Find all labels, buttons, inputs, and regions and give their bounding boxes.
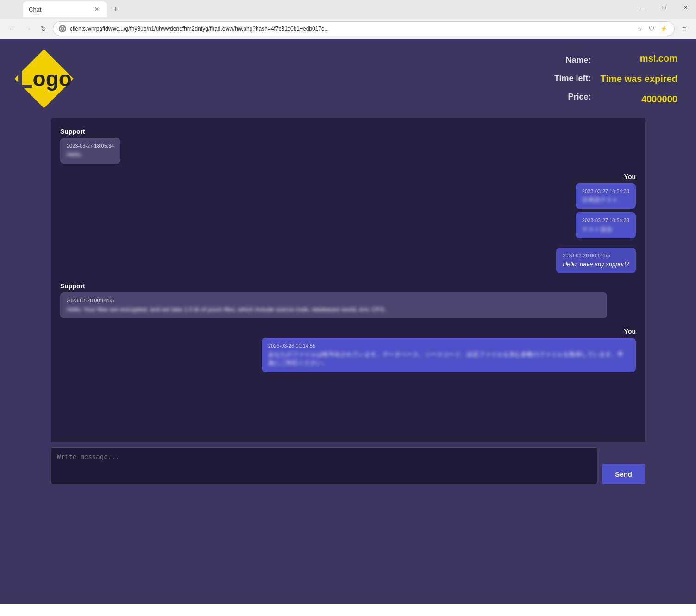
- message-time: 2023-03-28 00:14:55: [268, 342, 629, 349]
- message-time: 2023-03-28 00:14:55: [563, 252, 629, 259]
- message-text: 日本語テスト、: [582, 196, 629, 204]
- bookmark-icon[interactable]: ☆: [634, 24, 645, 34]
- sender-label: You: [60, 173, 636, 180]
- chat-container: Support 2023-03-27 18:05:34 Hello. You 2…: [51, 118, 645, 442]
- chat-messages[interactable]: Support 2023-03-27 18:05:34 Hello. You 2…: [51, 118, 645, 442]
- message-group: Support 2023-03-28 00:14:55 Hello. Your …: [60, 282, 636, 318]
- message-bubble: 2023-03-27 18:05:34 Hello.: [60, 138, 120, 164]
- name-label: Name:: [554, 51, 591, 70]
- name-value: msi.com: [601, 48, 677, 68]
- new-tab-button[interactable]: +: [109, 3, 122, 16]
- close-button[interactable]: ✕: [675, 0, 696, 15]
- svg-point-2: [62, 27, 63, 27]
- sender-label: You: [60, 328, 636, 335]
- browser-window: Chat ✕ + — □ ✕ ← → ↻ clients.wnrpafidwwc…: [0, 0, 696, 604]
- message-bubble: 2023-03-27 18:54:30 日本語テスト、: [576, 183, 636, 209]
- sender-label: Support: [60, 282, 636, 290]
- url-text: clients.wnrpafidwwc.u/g/fhy8ub/n1/uhwwde…: [70, 25, 631, 32]
- message-time: 2023-03-27 18:54:30: [582, 188, 629, 195]
- message-time: 2023-03-27 18:54:30: [582, 217, 629, 224]
- message-bubble: 2023-03-28 00:14:55 あなたのファイルは暗号化されています。デ…: [262, 338, 636, 372]
- message-group: You 2023-03-27 18:54:30 日本語テスト、 2023-03-…: [60, 173, 636, 238]
- price-value: 4000000: [601, 89, 677, 109]
- page-header: Logo Name: Time left: Price: msi.com Tim…: [0, 39, 696, 118]
- time-value: Time was expired: [601, 68, 677, 89]
- message-text: Hello.: [67, 150, 114, 159]
- tab-bar: Chat ✕ + — □ ✕: [0, 0, 696, 19]
- message-bubble: 2023-03-28 00:14:55 Hello, have any supp…: [556, 248, 636, 274]
- browser-menu-button[interactable]: ≡: [677, 22, 690, 35]
- message-input[interactable]: [51, 447, 597, 484]
- active-tab[interactable]: Chat ✕: [23, 1, 107, 17]
- send-button[interactable]: Send: [602, 464, 645, 484]
- site-info-icon[interactable]: [59, 25, 66, 32]
- message-text: あなたのファイルは暗号化されています。データベース、ソースコード、設定ファイルを…: [268, 350, 629, 367]
- minimize-button[interactable]: —: [632, 0, 653, 15]
- back-button[interactable]: ←: [6, 22, 19, 35]
- message-time: 2023-03-27 18:05:34: [67, 143, 114, 149]
- nav-bar: ← → ↻ clients.wnrpafidwwc.u/g/fhy8ub/n1/…: [0, 19, 696, 39]
- time-label: Time left:: [554, 69, 591, 88]
- message-text: Hello, have any support?: [563, 260, 629, 268]
- page-content: Logo Name: Time left: Price: msi.com Tim…: [0, 39, 696, 604]
- message-group: You 2023-03-28 00:14:55 あなたのファイルは暗号化されてい…: [60, 328, 636, 372]
- logo-letter: L: [16, 65, 32, 92]
- tab-close-button[interactable]: ✕: [93, 5, 101, 13]
- price-label: Price:: [554, 88, 591, 106]
- header-info: Name: Time left: Price: msi.com Time was…: [554, 48, 677, 109]
- refresh-button[interactable]: ↻: [37, 22, 50, 35]
- message-bubble: 2023-03-27 18:54:30 テスト送信: [576, 212, 636, 238]
- logo-word: ogo: [33, 66, 72, 91]
- sender-label: Support: [60, 128, 636, 135]
- extensions-icon[interactable]: ⚡: [658, 24, 669, 34]
- shield-icon[interactable]: 🛡: [646, 24, 657, 34]
- tab-title: Chat: [29, 6, 89, 13]
- message-group: 2023-03-28 00:14:55 Hello, have any supp…: [60, 248, 636, 274]
- address-bar[interactable]: clients.wnrpafidwwc.u/g/fhy8ub/n1/uhwwde…: [53, 21, 675, 36]
- chat-input-area: Send: [0, 442, 696, 489]
- message-text: テスト送信: [582, 225, 629, 234]
- logo: Logo: [19, 53, 69, 104]
- message-text: Hello. Your files are encrypted, and we …: [67, 305, 601, 314]
- maximize-button[interactable]: □: [653, 0, 675, 15]
- message-group: Support 2023-03-27 18:05:34 Hello.: [60, 128, 636, 164]
- message-bubble: 2023-03-28 00:14:55 Hello. Your files ar…: [60, 292, 607, 318]
- forward-button[interactable]: →: [21, 22, 34, 35]
- message-time: 2023-03-28 00:14:55: [67, 297, 601, 304]
